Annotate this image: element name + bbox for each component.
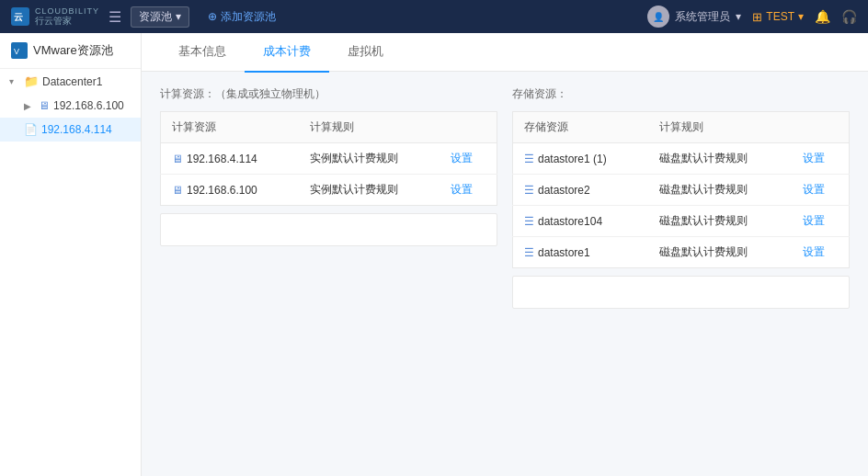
- storage-resource-cell: ☰datastore104: [513, 206, 649, 237]
- table-row: 🖥192.168.4.114 实例默认计费规则 设置: [161, 143, 497, 175]
- chevron-down-icon: ▾: [176, 10, 181, 23]
- datacenter1-label: Datacenter1: [42, 75, 102, 88]
- set-link[interactable]: 设置: [451, 183, 473, 196]
- user-chevron-icon: ▾: [736, 10, 741, 23]
- sidebar-vmware-header[interactable]: V VMware资源池: [0, 33, 141, 69]
- table-row: ☰datastore1 磁盘默认计费规则 设置: [513, 237, 850, 268]
- folder-icon: 📁: [24, 74, 39, 88]
- storage-section-label: 存储资源：: [512, 86, 850, 102]
- test-label: TEST: [766, 10, 794, 23]
- server-192-168-6-100-label: 192.168.6.100: [53, 99, 124, 112]
- tab-cost[interactable]: 成本计费: [245, 32, 329, 73]
- set-link[interactable]: 设置: [803, 183, 825, 196]
- topbar-right: 👤 系统管理员 ▾ ⊞ TEST ▾ 🔔 🎧: [647, 6, 857, 28]
- compute-rule-cell: 实例默认计费规则: [299, 175, 440, 206]
- storage-rule-cell: 磁盘默认计费规则: [648, 143, 791, 175]
- storage-action-cell[interactable]: 设置: [792, 237, 850, 268]
- compute-table: 计算资源 计算规则 🖥192.168.4.114 实例默认计费规则 设置 🖥19…: [160, 111, 497, 206]
- sidebar: V VMware资源池 ▾ 📁 Datacenter1 ▶ 🖥 192.168.…: [0, 33, 142, 476]
- storage-row-icon: ☰: [524, 215, 534, 228]
- headset-icon[interactable]: 🎧: [841, 9, 857, 24]
- resource-pool-button[interactable]: 资源池 ▾: [131, 6, 189, 28]
- section-labels: 计算资源：（集成或独立物理机） 存储资源：: [160, 86, 850, 111]
- storage-resource-cell: ☰datastore1 (1): [513, 143, 649, 175]
- storage-col-rule: 计算规则: [648, 112, 849, 143]
- compute-action-cell[interactable]: 设置: [440, 143, 497, 175]
- hamburger-button[interactable]: ☰: [108, 8, 121, 26]
- logo-area: 云 CLOUDBILITY 行云管家: [11, 6, 99, 28]
- tab-vm[interactable]: 虚拟机: [329, 32, 402, 73]
- bell-icon[interactable]: 🔔: [815, 9, 830, 24]
- compute-section-label: 计算资源：（集成或独立物理机）: [160, 86, 497, 102]
- logo-text: CLOUDBILITY 行云管家: [35, 6, 99, 28]
- cost-content: 计算资源：（集成或独立物理机） 存储资源： 计算资源 计算规则: [142, 72, 868, 476]
- topbar-left: 云 CLOUDBILITY 行云管家 ☰ 资源池 ▾ ⊕ 添加资源池: [11, 6, 276, 28]
- compute-col-rule: 计算规则: [299, 112, 497, 143]
- main-layout: V VMware资源池 ▾ 📁 Datacenter1 ▶ 🖥 192.168.…: [0, 33, 868, 476]
- compute-resource-cell: 🖥192.168.6.100: [161, 175, 299, 206]
- storage-row-icon: ☰: [524, 246, 534, 259]
- table-row: ☰datastore1 (1) 磁盘默认计费规则 设置: [513, 143, 850, 175]
- server-row-icon: 🖥: [172, 184, 183, 197]
- tab-basic-info[interactable]: 基本信息: [160, 32, 245, 73]
- set-link[interactable]: 设置: [803, 214, 825, 227]
- test-badge[interactable]: ⊞ TEST ▾: [752, 10, 804, 24]
- storage-col-resource: 存储资源: [513, 112, 649, 143]
- windows-icon: ⊞: [752, 10, 762, 24]
- tab-bar: 基本信息 成本计费 虚拟机: [142, 33, 868, 72]
- set-link[interactable]: 设置: [803, 152, 825, 164]
- tables-row: 计算资源 计算规则 🖥192.168.4.114 实例默认计费规则 设置 🖥19…: [160, 111, 850, 309]
- topbar: 云 CLOUDBILITY 行云管家 ☰ 资源池 ▾ ⊕ 添加资源池 👤 系统管…: [0, 0, 868, 33]
- content-area: 基本信息 成本计费 虚拟机 计算资源：（集成或独立物理机） 存储资源：: [142, 33, 868, 476]
- table-row: ☰datastore104 磁盘默认计费规则 设置: [513, 206, 850, 237]
- compute-table-section: 计算资源 计算规则 🖥192.168.4.114 实例默认计费规则 设置 🖥19…: [160, 111, 497, 309]
- svg-text:V: V: [14, 47, 19, 56]
- storage-resource-cell: ☰datastore1: [513, 237, 649, 268]
- storage-action-cell[interactable]: 设置: [792, 175, 850, 206]
- vm-192-168-4-114-label: 192.168.4.114: [41, 123, 112, 136]
- avatar: 👤: [647, 6, 669, 28]
- server-icon: 🖥: [39, 99, 50, 112]
- expand-icon-2: ▶: [24, 101, 35, 111]
- compute-bottom-bar: [160, 213, 497, 246]
- resource-pool-label: 资源池: [139, 9, 172, 25]
- storage-rule-cell: 磁盘默认计费规则: [648, 175, 791, 206]
- storage-rule-cell: 磁盘默认计费规则: [648, 206, 791, 237]
- expand-icon: ▾: [9, 76, 20, 86]
- plus-icon: ⊕: [208, 10, 217, 23]
- server-row-icon: 🖥: [172, 153, 183, 165]
- vm-icon: 📄: [24, 123, 38, 136]
- compute-col-resource: 计算资源: [161, 112, 299, 143]
- table-row: ☰datastore2 磁盘默认计费规则 设置: [513, 175, 850, 206]
- logo-icon: 云: [11, 7, 29, 26]
- set-link[interactable]: 设置: [451, 152, 473, 164]
- add-resource-button[interactable]: ⊕ 添加资源池: [208, 9, 276, 25]
- vmware-icon: V: [11, 42, 28, 59]
- storage-bottom-bar: [512, 276, 850, 309]
- storage-table-section: 存储资源 计算规则 ☰datastore1 (1) 磁盘默认计费规则 设置 ☰d…: [512, 111, 850, 309]
- add-resource-label: 添加资源池: [221, 9, 276, 25]
- vmware-label: VMware资源池: [33, 42, 113, 59]
- sidebar-item-192-168-6-100[interactable]: ▶ 🖥 192.168.6.100: [0, 94, 141, 118]
- storage-action-cell[interactable]: 设置: [792, 206, 850, 237]
- storage-row-icon: ☰: [524, 153, 534, 165]
- compute-rule-cell: 实例默认计费规则: [299, 143, 440, 175]
- storage-resource-cell: ☰datastore2: [513, 175, 649, 206]
- storage-action-cell[interactable]: 设置: [792, 143, 850, 175]
- user-label: 系统管理员: [675, 9, 730, 25]
- set-link[interactable]: 设置: [803, 245, 825, 258]
- sidebar-item-datacenter1[interactable]: ▾ 📁 Datacenter1: [0, 69, 141, 94]
- table-row: 🖥192.168.6.100 实例默认计费规则 设置: [161, 175, 497, 206]
- storage-rule-cell: 磁盘默认计费规则: [648, 237, 791, 268]
- user-info[interactable]: 👤 系统管理员 ▾: [647, 6, 741, 28]
- svg-text:云: 云: [14, 12, 23, 22]
- sidebar-item-192-168-4-114[interactable]: 📄 192.168.4.114: [0, 118, 141, 142]
- test-chevron-icon: ▾: [798, 10, 804, 23]
- compute-action-cell[interactable]: 设置: [440, 175, 497, 206]
- storage-table: 存储资源 计算规则 ☰datastore1 (1) 磁盘默认计费规则 设置 ☰d…: [512, 111, 850, 268]
- compute-resource-cell: 🖥192.168.4.114: [161, 143, 299, 175]
- storage-row-icon: ☰: [524, 184, 534, 197]
